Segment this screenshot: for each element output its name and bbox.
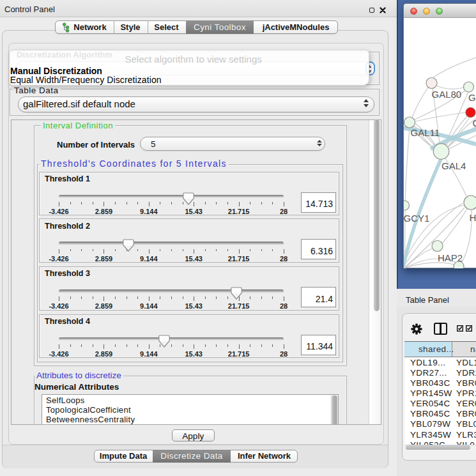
svg-text:GAL4: GAL4 [441, 160, 466, 171]
svg-text:GA: GA [468, 92, 476, 103]
svg-text:GAL11: GAL11 [411, 127, 440, 138]
svg-text:GCY1: GCY1 [404, 213, 429, 224]
svg-text:GAL80: GAL80 [432, 89, 462, 100]
svg-text:CY: CY [473, 118, 476, 128]
svg-text:HAP2: HAP2 [438, 252, 463, 263]
svg-text:HA: HA [470, 212, 476, 223]
